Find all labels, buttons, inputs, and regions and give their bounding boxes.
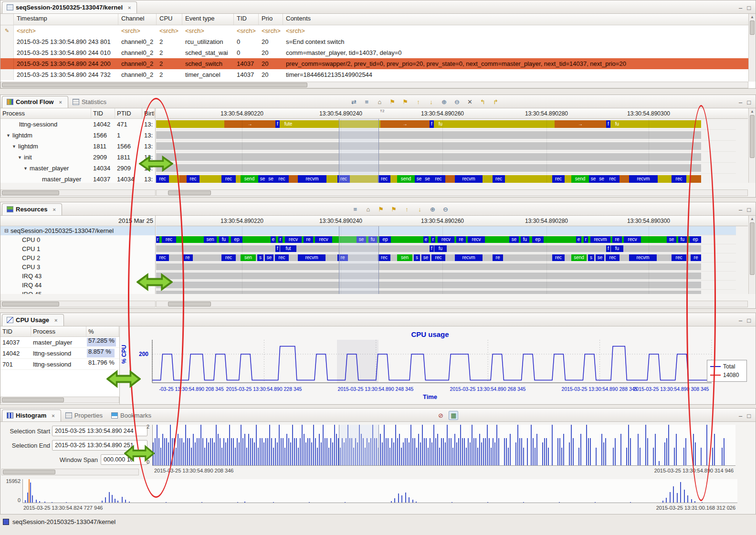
state-interval[interactable]: fu bbox=[434, 120, 447, 128]
state-interval[interactable]: se bbox=[421, 254, 430, 261]
state-interval[interactable]: f bbox=[275, 245, 280, 252]
tab-properties[interactable]: Properties bbox=[61, 410, 107, 421]
state-interval[interactable]: recv bbox=[438, 236, 454, 243]
process-tree-row[interactable]: ▼lightdm1566113: bbox=[0, 130, 155, 141]
state-interval[interactable] bbox=[156, 142, 701, 150]
scroll-up-icon[interactable]: ▲ bbox=[749, 14, 756, 20]
close-icon[interactable]: × bbox=[57, 99, 63, 105]
optimize-icon[interactable]: ⇄ bbox=[349, 97, 358, 106]
state-interval[interactable]: sen bbox=[204, 236, 217, 243]
state-interval[interactable]: rec bbox=[162, 236, 176, 243]
state-interval[interactable]: rec bbox=[275, 254, 289, 261]
reset-time-scale-icon[interactable]: ⌂ bbox=[363, 205, 373, 214]
event-row[interactable]: 2015-03-25 13:30:54.890 243 801channel0_… bbox=[0, 36, 756, 47]
zoom-in-icon[interactable]: ⊕ bbox=[439, 97, 449, 106]
selection-range[interactable] bbox=[339, 226, 379, 294]
state-interval[interactable] bbox=[691, 175, 701, 183]
state-interval[interactable] bbox=[156, 164, 701, 172]
column-header[interactable]: TID bbox=[234, 14, 259, 25]
state-interval[interactable]: s bbox=[257, 254, 263, 261]
state-interval[interactable]: fute bbox=[280, 120, 297, 128]
process-tree-row[interactable]: ▼master_player14034290913: bbox=[0, 163, 155, 174]
state-interval[interactable]: → bbox=[380, 120, 430, 128]
state-interval[interactable]: recv bbox=[315, 236, 332, 243]
state-interval[interactable]: rec bbox=[431, 175, 445, 183]
tab-bookmarks[interactable]: Bookmarks bbox=[107, 410, 156, 421]
prev-event-icon[interactable]: ↑ bbox=[402, 205, 411, 214]
show-view-filters-icon[interactable]: ≡ bbox=[362, 97, 371, 106]
column-header[interactable]: Process bbox=[31, 326, 86, 336]
search-cell[interactable]: <srch> bbox=[259, 26, 283, 35]
tab-events-editor[interactable]: seqSession-20150325-133047/kernel × bbox=[2, 1, 137, 13]
events-search-row[interactable]: ✎<srch><srch><srch><srch><srch><srch><sr… bbox=[0, 25, 756, 36]
search-cell[interactable]: <srch> bbox=[234, 26, 259, 35]
state-interval[interactable]: rec bbox=[606, 175, 620, 183]
state-interval[interactable] bbox=[156, 273, 701, 279]
state-interval[interactable] bbox=[156, 131, 701, 139]
state-interval[interactable]: ep bbox=[690, 236, 701, 243]
resource-tree-row[interactable]: IRQ 43 bbox=[0, 272, 155, 281]
state-interval[interactable]: re bbox=[493, 254, 503, 261]
state-interval[interactable]: recvm bbox=[590, 236, 610, 243]
state-interval[interactable]: recv bbox=[624, 236, 641, 243]
state-interval[interactable]: rec bbox=[275, 175, 289, 183]
state-interval[interactable]: r bbox=[278, 236, 283, 243]
state-interval[interactable]: s bbox=[588, 254, 594, 261]
next-event-icon[interactable]: ↓ bbox=[426, 97, 436, 106]
tree-collapse-icon[interactable]: ⊟ bbox=[4, 228, 10, 234]
minimize-icon[interactable]: – bbox=[739, 206, 742, 213]
state-interval[interactable] bbox=[620, 175, 629, 183]
state-interval[interactable]: rec bbox=[221, 254, 236, 261]
state-interval[interactable]: r bbox=[156, 236, 159, 243]
state-interval[interactable]: rec bbox=[431, 254, 445, 261]
state-interval[interactable] bbox=[156, 282, 701, 288]
event-row[interactable]: 2015-03-25 13:30:54.890 244 010channel0_… bbox=[0, 47, 756, 58]
minimize-icon[interactable]: – bbox=[739, 4, 742, 11]
state-interval[interactable] bbox=[179, 175, 187, 183]
state-interval[interactable]: rec bbox=[156, 254, 169, 261]
control-flow-vertical-scrollbar[interactable]: ▲ bbox=[748, 108, 756, 183]
column-header[interactable]: Prio bbox=[259, 14, 283, 25]
state-interval[interactable]: recvm bbox=[298, 175, 326, 183]
state-interval[interactable]: rec bbox=[378, 254, 390, 261]
resources-vertical-scrollbar[interactable]: ▲ bbox=[748, 216, 756, 294]
tab-statistics[interactable]: Statistics bbox=[68, 96, 111, 108]
selection-end-input[interactable] bbox=[52, 440, 147, 451]
state-interval[interactable] bbox=[289, 175, 298, 183]
resource-tree-row[interactable]: IRQ 45 bbox=[0, 290, 155, 294]
state-interval[interactable]: ep bbox=[532, 236, 544, 243]
timegraph-scrollbar[interactable] bbox=[156, 189, 748, 196]
select-next-state-icon[interactable]: ⚑ bbox=[400, 97, 410, 106]
scroll-up-icon[interactable]: ▲ bbox=[749, 108, 756, 115]
state-interval[interactable]: se bbox=[267, 175, 275, 183]
select-next-state-icon[interactable]: ⚑ bbox=[389, 205, 399, 214]
state-interval[interactable]: fu bbox=[219, 236, 229, 243]
histogram-main-plot[interactable] bbox=[152, 425, 735, 466]
state-interval[interactable]: se bbox=[509, 236, 519, 243]
cpu-usage-row[interactable]: 14037master_player57.285 % bbox=[0, 337, 119, 348]
state-interval[interactable]: send bbox=[571, 254, 587, 261]
follow-prev-icon[interactable]: ↰ bbox=[478, 97, 487, 106]
state-interval[interactable]: recvm bbox=[455, 254, 483, 261]
close-icon[interactable]: × bbox=[126, 4, 132, 11]
resource-tree-row[interactable]: ⊟seqSession-20150325-133047/kernel bbox=[0, 226, 155, 235]
scroll-thumb[interactable] bbox=[750, 222, 755, 275]
state-interval[interactable]: rec bbox=[672, 254, 686, 261]
column-header[interactable]: Process bbox=[0, 108, 91, 118]
state-interval[interactable]: se bbox=[596, 254, 604, 261]
column-header[interactable]: TID bbox=[91, 108, 115, 118]
state-interval[interactable]: f bbox=[606, 245, 610, 252]
state-interval[interactable]: → bbox=[555, 120, 606, 128]
state-interval[interactable]: ep bbox=[231, 236, 242, 243]
state-interval[interactable]: recv bbox=[285, 236, 302, 243]
cpu-usage-row[interactable]: 701lttng-sessiond81.796 % bbox=[0, 359, 119, 370]
state-interval[interactable]: fu bbox=[610, 120, 624, 128]
scroll-up-icon[interactable]: ▲ bbox=[749, 216, 756, 222]
state-interval[interactable]: fu bbox=[521, 236, 529, 243]
state-interval[interactable]: sen bbox=[397, 254, 412, 261]
resource-tree-row[interactable]: CPU 0 bbox=[0, 235, 155, 244]
column-header[interactable]: Birth bbox=[142, 108, 155, 118]
state-interval[interactable]: fu bbox=[678, 236, 687, 243]
hide-arrows-icon[interactable]: ✕ bbox=[465, 97, 474, 106]
search-cell[interactable]: <srch> bbox=[14, 26, 118, 35]
